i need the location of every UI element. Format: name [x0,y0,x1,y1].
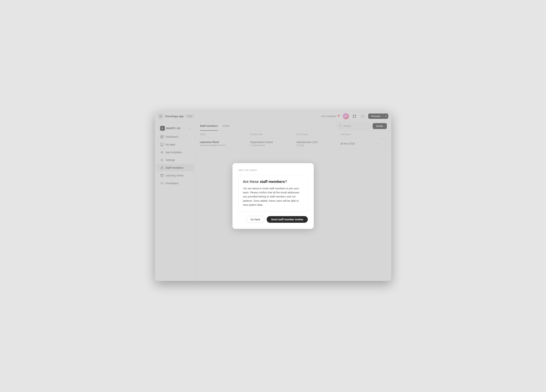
modal-body-text: You are about to invite staff members to… [243,186,303,207]
modal-title-bold: staff members [260,180,285,184]
confirmation-modal: ARE YOU SURE? Are these staff members? Y… [233,163,314,229]
modal-are-you-sure: ARE YOU SURE? [238,169,308,171]
modal-title-end: ? [285,180,287,184]
app-window: Oncology app Draft Give feedback 🚩 Hi [155,111,391,281]
send-invites-button[interactable]: Send staff member invites [267,216,308,223]
modal-inner-card: Are these staff members? You are about t… [238,175,308,212]
modal-actions: Go back Send staff member invites [238,216,308,223]
modal-overlay: ARE YOU SURE? Are these staff members? Y… [155,111,391,281]
modal-title-plain: Are these [243,180,260,184]
modal-title: Are these staff members? [243,180,303,184]
go-back-button[interactable]: Go back [246,216,264,223]
